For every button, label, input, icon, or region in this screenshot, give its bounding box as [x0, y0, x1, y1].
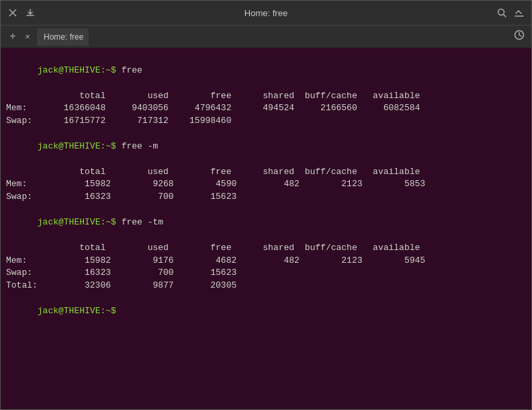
window-title: Home: free [245, 8, 287, 18]
terminal-body[interactable]: jack@THEHIVE:~$ free total used free sha… [1, 48, 531, 409]
maximize-icon[interactable] [514, 7, 525, 18]
swap-line-2: Swap: 16323 700 15623 [6, 191, 526, 204]
history-icon[interactable] [511, 27, 527, 46]
swap-line-1: Swap: 16715772 717312 15998460 [6, 115, 526, 128]
download-icon[interactable] [25, 7, 36, 18]
terminal-window: Home: free + ✕ Home: free jack@THEHIVE:~… [0, 0, 532, 410]
total-line-3: Total: 32306 9877 20305 [6, 280, 526, 292]
final-prompt-line: jack@THEHIVE:~$ [6, 292, 526, 331]
close-icon[interactable] [7, 7, 18, 18]
prompt-user-1: jack@THEHIVE:~$ [38, 65, 116, 75]
prompt-line-2: jack@THEHIVE:~$ free -m [6, 128, 526, 166]
mem-line-2: Mem: 15982 9268 4590 482 2123 5853 [6, 178, 526, 191]
prompt-line-1: jack@THEHIVE:~$ free [6, 52, 526, 90]
add-tab-button[interactable]: + [5, 29, 21, 45]
prompt-user-2: jack@THEHIVE:~$ [38, 141, 116, 151]
tabbar: + ✕ Home: free [1, 25, 531, 48]
active-tab[interactable]: Home: free [37, 28, 89, 46]
final-prompt-user: jack@THEHIVE:~$ [38, 306, 116, 316]
tabbar-right [511, 27, 527, 46]
mem-line-3: Mem: 15982 9176 4682 482 2123 5945 [6, 255, 526, 268]
prompt-line-3: jack@THEHIVE:~$ free -tm [6, 204, 526, 242]
svg-line-3 [504, 15, 506, 17]
titlebar: Home: free [1, 1, 531, 25]
prompt-user-3: jack@THEHIVE:~$ [38, 217, 116, 227]
header-line-3: total used free shared buff/cache availa… [6, 242, 526, 255]
close-tab-button[interactable]: ✕ [21, 30, 34, 44]
header-line-1: total used free shared buff/cache availa… [6, 90, 526, 103]
mem-line-1: Mem: 16366048 9403056 4796432 494524 216… [6, 102, 526, 115]
search-icon[interactable] [496, 7, 507, 18]
titlebar-left-icons [7, 7, 36, 18]
tab-label: Home: free [44, 32, 83, 42]
header-line-2: total used free shared buff/cache availa… [6, 166, 526, 179]
swap-line-3: Swap: 16323 700 15623 [6, 267, 526, 280]
titlebar-right-icons [496, 7, 525, 18]
